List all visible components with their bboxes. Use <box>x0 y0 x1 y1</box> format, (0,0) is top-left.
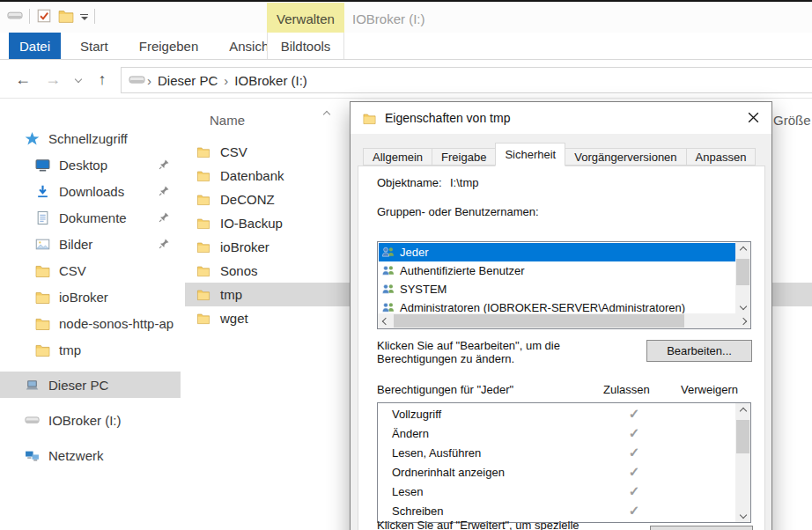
folder-icon <box>196 193 211 206</box>
dialog-tabs: AllgemeinFreigabeSicherheitVorgängervers… <box>364 143 756 166</box>
tab-vorgängerversionen[interactable]: Vorgängerversionen <box>565 148 686 166</box>
document-icon <box>35 210 50 225</box>
ribbon-tab-datei[interactable]: Datei <box>9 33 61 59</box>
users-icon <box>381 283 395 295</box>
advanced-button[interactable] <box>650 526 753 530</box>
scroll-right-icon[interactable] <box>735 313 750 328</box>
sidebar-item-label: Netzwerk <box>48 448 104 463</box>
address-bar-row: ← → ↑ ›Dieser PC›IOBroker (I:) <box>0 61 812 99</box>
sidebar-item-label: Downloads <box>59 184 124 199</box>
drive-icon[interactable] <box>7 8 23 24</box>
folder-icon[interactable] <box>58 8 74 24</box>
ribbon-tab-start[interactable]: Start <box>69 33 120 59</box>
ribbon-tabs: DateiStartFreigebenAnsichtBildtools <box>0 33 812 60</box>
group-row-jeder[interactable]: Jeder <box>379 243 735 261</box>
up-button[interactable]: ↑ <box>92 61 113 98</box>
allow-checkmark-icon: ✓ <box>616 464 652 480</box>
allow-checkmark-icon: ✓ <box>616 445 652 460</box>
sidebar-item-label: Bilder <box>59 237 92 252</box>
breadcrumb[interactable]: ›Dieser PC›IOBroker (I:) <box>121 67 812 93</box>
scroll-left-icon[interactable] <box>378 313 393 328</box>
properties-check-icon[interactable] <box>36 8 52 24</box>
scroll-down-icon[interactable] <box>735 507 750 522</box>
star-icon <box>25 131 40 146</box>
toolbar-separator <box>94 9 95 24</box>
scroll-up-icon[interactable] <box>735 403 750 418</box>
scrollbar-thumb[interactable] <box>394 314 684 328</box>
permission-name: Schreiben <box>392 504 444 518</box>
tab-allgemein[interactable]: Allgemein <box>363 148 432 166</box>
vertical-scrollbar[interactable] <box>735 403 750 522</box>
back-button[interactable]: ← <box>12 61 33 98</box>
scroll-down-icon[interactable] <box>735 298 750 313</box>
edit-button[interactable]: Bearbeiten... <box>646 340 752 362</box>
sidebar-item-desktop[interactable]: Desktop <box>0 151 181 178</box>
breadcrumb-item-dieser-pc[interactable]: Dieser PC <box>151 73 224 88</box>
tab-freigabe[interactable]: Freigabe <box>432 148 496 166</box>
group-row-administratoren-iobroker-server-administratoren[interactable]: Administratoren (IOBROKER-SERVER\Adminis… <box>379 298 735 313</box>
sidebar-item-label: tmp <box>59 342 81 357</box>
pin-icon <box>159 238 170 249</box>
allow-checkmark-icon: ✓ <box>616 503 652 519</box>
sidebar-item-iobroker[interactable]: ioBroker <box>0 283 181 310</box>
close-icon[interactable] <box>746 110 761 125</box>
column-header-größe[interactable]: Größe <box>773 113 811 128</box>
recent-locations-icon[interactable] <box>70 61 86 98</box>
object-name-label: Objektname: <box>377 176 442 189</box>
sidebar-item-bilder[interactable]: Bilder <box>0 231 181 257</box>
tab-anpassen[interactable]: Anpassen <box>686 148 757 166</box>
scrollbar-thumb[interactable] <box>736 259 749 285</box>
contextual-group-verwalten[interactable]: Verwalten <box>267 3 344 34</box>
scrollbar-thumb[interactable] <box>736 420 749 453</box>
forward-button[interactable]: → <box>42 61 63 98</box>
group-row-authentifizierte-benutzer[interactable]: Authentifizierte Benutzer <box>379 261 735 280</box>
group-name: Administratoren (IOBROKER-SERVER\Adminis… <box>400 301 685 313</box>
permission-name: Lesen <box>392 485 423 498</box>
vertical-scrollbar[interactable] <box>735 242 750 313</box>
sidebar-item-schnellzugriff[interactable]: Schnellzugriff <box>0 125 181 151</box>
folder-icon <box>35 263 50 278</box>
sidebar-item-label: Dokumente <box>59 210 127 225</box>
folder-icon <box>196 312 211 325</box>
users-icon <box>381 265 395 276</box>
customize-dropdown-icon[interactable] <box>80 11 88 20</box>
sidebar-item-dokumente[interactable]: Dokumente <box>0 204 181 231</box>
folder-icon <box>35 342 50 357</box>
advanced-hint-text: Klicken Sie auf "Erweitert", um speziell… <box>377 519 579 530</box>
sort-ascending-icon[interactable] <box>324 105 329 121</box>
sidebar-item-downloads[interactable]: Downloads <box>0 178 181 204</box>
permissions-list: Vollzugriff✓Ändern✓Lesen, Ausführen✓Ordn… <box>379 404 735 521</box>
allow-checkmark-icon: ✓ <box>616 483 652 499</box>
folder-icon <box>35 290 50 305</box>
breadcrumb-item-iobroker-i[interactable]: IOBroker (I:) <box>228 73 314 88</box>
sidebar-item-dieser-pc[interactable]: Dieser PC <box>0 372 181 398</box>
permission-row-ordnerinhalt-anzeigen: Ordnerinhalt anzeigen✓ <box>379 462 735 482</box>
group-name: SYSTEM <box>400 283 447 296</box>
scroll-up-icon[interactable] <box>735 242 750 257</box>
sidebar-item-node-sonos-http-ap[interactable]: node-sonos-http-ap <box>0 310 181 336</box>
sidebar-item-csv[interactable]: CSV <box>0 257 181 283</box>
pin-icon <box>159 185 170 196</box>
file-name: CSV <box>220 144 247 159</box>
window-title: IOBroker (I:) <box>352 11 425 26</box>
picture-icon <box>35 237 50 252</box>
allow-checkmark-icon: ✓ <box>616 425 652 441</box>
ribbon-tab-bildtools[interactable]: Bildtools <box>267 33 344 59</box>
folder-icon <box>196 145 211 158</box>
file-name: tmp <box>220 287 242 302</box>
group-row-system[interactable]: SYSTEM <box>379 280 735 298</box>
pin-icon <box>159 211 170 223</box>
ribbon-tab-freigeben[interactable]: Freigeben <box>128 33 210 59</box>
tab-sicherheit[interactable]: Sicherheit <box>495 143 565 166</box>
sidebar-item-netzwerk[interactable]: Netzwerk <box>0 442 181 468</box>
sidebar-item-label: node-sonos-http-ap <box>59 316 173 331</box>
horizontal-scrollbar[interactable] <box>378 313 750 328</box>
edit-hint-text: Klicken Sie auf "Bearbeiten", um die Ber… <box>377 339 584 365</box>
sidebar-item-tmp[interactable]: tmp <box>0 336 181 363</box>
column-header-name[interactable]: Name <box>210 113 245 128</box>
sidebar-item-iobroker-i[interactable]: IOBroker (I:) <box>0 407 181 433</box>
sidebar-item-label: Schnellzugriff <box>48 131 128 146</box>
network-icon <box>25 448 40 463</box>
permission-name: Lesen, Ausführen <box>392 446 481 460</box>
computer-icon <box>25 378 40 393</box>
